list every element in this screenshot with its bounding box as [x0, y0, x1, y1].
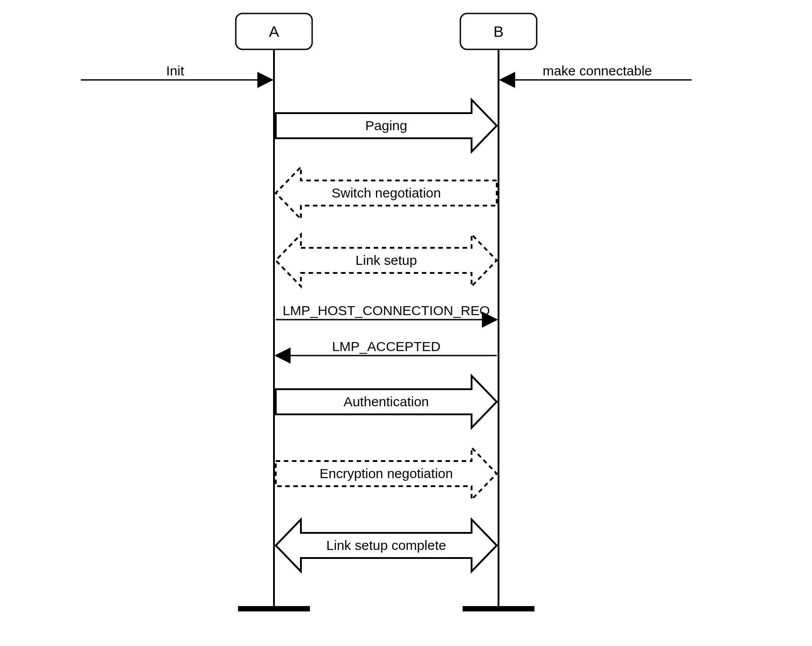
msg-authentication: Authentication [276, 376, 497, 428]
msg-switch-negotiation: Switch negotiation [276, 167, 497, 219]
msg-make-connectable-label: make connectable [543, 63, 652, 78]
lifeline-A-end [238, 606, 310, 611]
msg-accepted-label: LMP_ACCEPTED [332, 339, 441, 354]
msg-auth-label: Authentication [344, 394, 429, 409]
msg-paging-label: Paging [365, 118, 407, 133]
msg-encryption-negotiation: Encryption negotiation [276, 448, 497, 500]
msg-complete-label: Link setup complete [327, 538, 446, 553]
msg-paging: Paging [276, 100, 497, 152]
actor-A-label: A [269, 23, 279, 40]
sequence-diagram: A B Init make connectable Paging Switch … [0, 0, 812, 646]
lifeline-B-end [463, 606, 534, 611]
msg-switch-neg-label: Switch negotiation [331, 185, 441, 200]
msg-init-label: Init [166, 63, 185, 78]
actor-B-label: B [494, 23, 504, 40]
msg-link-setup-complete: Link setup complete [276, 519, 497, 571]
msg-link-setup: Link setup [276, 234, 497, 286]
msg-enc-neg-label: Encryption negotiation [320, 466, 453, 481]
msg-host-conn-req-label: LMP_HOST_CONNECTION_REQ [282, 303, 490, 318]
actor-A: A [236, 13, 312, 49]
actor-B: B [460, 13, 537, 49]
msg-link-setup-label: Link setup [356, 253, 417, 268]
